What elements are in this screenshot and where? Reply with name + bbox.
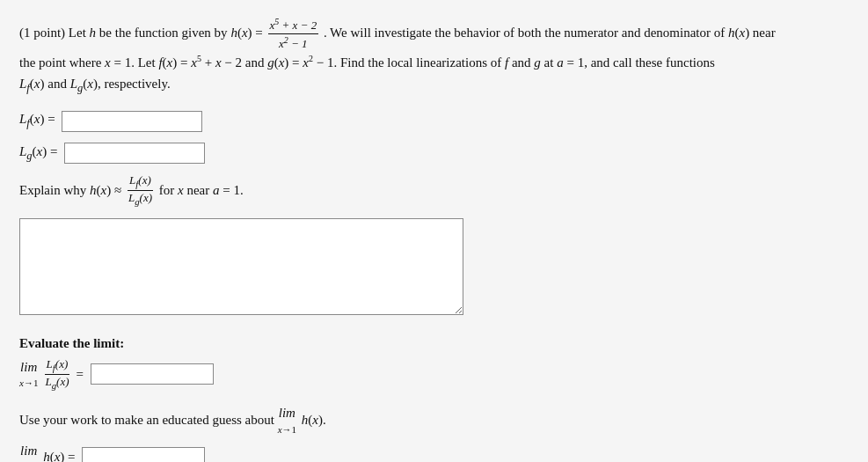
lim-hx-input[interactable]	[82, 447, 205, 462]
explain-textarea[interactable]	[19, 218, 463, 315]
intro-text: Let h be the function given by h(x) =	[69, 26, 266, 40]
explain-section: Explain why h(x) ≈ Lf(x) Lg(x) for x nea…	[19, 173, 849, 321]
lim-text: lim	[20, 357, 37, 378]
lim-den: Lg(x)	[43, 375, 70, 392]
lg-input[interactable]	[64, 143, 205, 164]
page: (1 point) Let h be the function given by…	[0, 0, 868, 462]
explain-header: Explain why h(x) ≈ Lf(x) Lg(x) for x nea…	[19, 173, 849, 207]
problem-paragraph: (1 point) Let h be the function given by…	[19, 16, 849, 97]
lim-hx-row: lim x→1 h(x) =	[19, 441, 849, 462]
lim-hx-operator: lim x→1	[19, 441, 38, 462]
use-work-row: Use your work to make an educated guess …	[19, 403, 849, 436]
lg-row: Lg(x) =	[19, 142, 849, 165]
investigate-text: . We will investigate the behavior of bo…	[324, 26, 776, 40]
evaluate-section: Evaluate the limit: lim x→1 Lf(x) Lg(x) …	[19, 334, 849, 392]
lf-row: Lf(x) =	[19, 109, 849, 132]
point-text: the point where x = 1. Let f(x) = x5 + x…	[19, 55, 715, 70]
lim-fraction: Lf(x) Lg(x)	[43, 357, 70, 391]
lim-h-sub: x→1	[278, 422, 296, 437]
lim-hx-lim-text: lim	[20, 441, 37, 461]
limit-row: lim x→1 Lf(x) Lg(x) =	[19, 357, 849, 391]
use-work-text: Use your work to make an educated guess …	[19, 410, 278, 430]
for-x-near-text: for x near a = 1.	[156, 180, 244, 201]
lf-label: Lf(x) =	[19, 109, 58, 132]
use-work-section: Use your work to make an educated guess …	[19, 403, 849, 462]
Lf-Lg-text: Lf(x) and Lg(x), respectively.	[19, 77, 171, 91]
points-label: (1 point)	[19, 26, 65, 40]
explain-label: Explain why h(x) ≈	[19, 180, 125, 201]
lim-equals: =	[77, 364, 84, 385]
lf-over-lg-fraction: Lf(x) Lg(x)	[127, 173, 154, 207]
lim-num: Lf(x)	[45, 357, 70, 375]
lf-over-lg-den: Lg(x)	[127, 191, 154, 208]
h-fraction: x5 + x − 2 x2 − 1	[268, 16, 319, 52]
lim-hx-label: h(x) =	[40, 447, 78, 462]
lf-over-lg-num: Lf(x)	[128, 173, 153, 191]
h-denominator: x2 − 1	[277, 34, 310, 52]
lg-label: Lg(x) =	[19, 142, 61, 165]
hx-text: h(x).	[298, 410, 326, 430]
lim-input[interactable]	[91, 363, 214, 385]
lim-operator: lim x→1	[19, 357, 38, 391]
h-numerator: x5 + x − 2	[268, 16, 319, 34]
lim-h-operator: lim x→1	[278, 403, 296, 436]
evaluate-label: Evaluate the limit:	[19, 334, 849, 354]
explain-textarea-wrapper	[19, 213, 463, 315]
lim-subscript: x→1	[19, 376, 38, 391]
lf-input[interactable]	[62, 111, 202, 132]
lim-h-text: lim	[279, 403, 295, 423]
